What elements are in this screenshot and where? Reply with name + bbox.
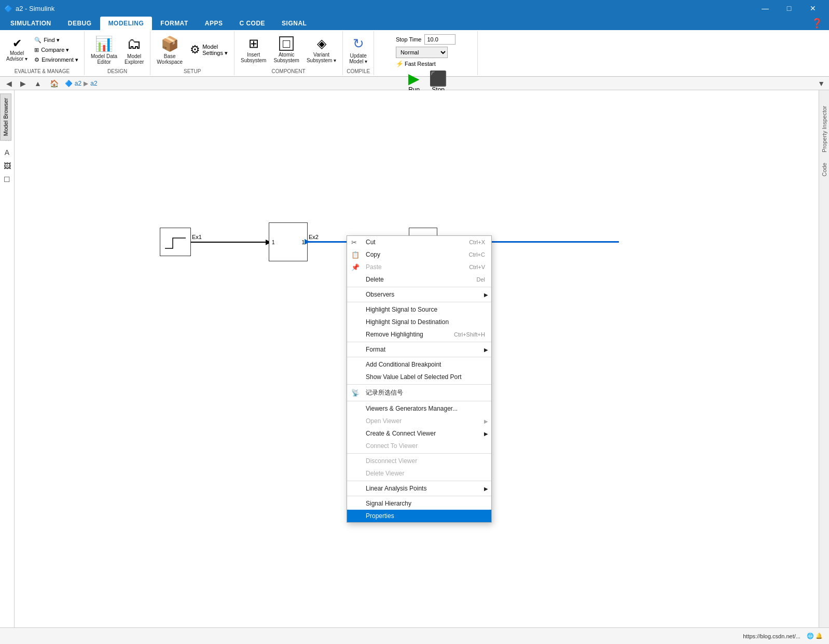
box-button[interactable]: ☐ (1, 173, 13, 186)
status-icons: 🌐 🔔 (807, 633, 823, 639)
environment-button[interactable]: ⚙ Environment ▾ (32, 55, 81, 64)
tab-ccode[interactable]: C CODE (231, 17, 273, 30)
atomic-subsystem-button[interactable]: □ AtomicSubsystem (270, 34, 302, 65)
model-data-editor-icon: 📊 (95, 35, 113, 52)
ctx-paste[interactable]: 📌 Paste Ctrl+V (347, 261, 491, 273)
ctx-signal-hierarchy[interactable]: Signal Hierarchy (347, 497, 491, 510)
group-component-label: COMPONENT (272, 67, 306, 74)
simulation-mode-select[interactable]: Normal Accelerator Rapid Accelerator (396, 47, 448, 58)
ctx-remove-highlight[interactable]: Remove Highlighting Ctrl+Shift+H (347, 328, 491, 341)
signal-label-ex1: Ex1 (192, 234, 202, 240)
breadcrumb-root[interactable]: a2 (75, 80, 81, 87)
group-compile: ↻ UpdateModel ▾ COMPILE (343, 31, 374, 75)
ctx-disconnect-viewer[interactable]: Disconnect Viewer (347, 455, 491, 467)
close-button[interactable]: ✕ (801, 0, 825, 17)
tab-apps[interactable]: APPS (197, 17, 231, 30)
stop-time-input[interactable] (424, 34, 455, 45)
fast-restart-icon: ⚡ (396, 60, 404, 67)
image-button[interactable]: 🖼 (1, 160, 13, 172)
tab-simulation[interactable]: SIMULATION (2, 17, 60, 30)
insert-subsystem-icon: ⊞ (248, 36, 259, 51)
ctx-sep-3 (347, 342, 491, 342)
insert-subsystem-button[interactable]: ⊞ InsertSubsystem (238, 34, 269, 65)
model-advisor-button[interactable]: ✔ ModelAdvisor ▾ (3, 36, 31, 64)
property-inspector-label[interactable]: Property Inspector (821, 106, 827, 152)
context-menu: ✂ Cut Ctrl+X 📋 Copy Ctrl+C 📌 Paste Ctrl+… (347, 235, 492, 523)
dropdown-arrow[interactable]: ▼ (818, 79, 825, 88)
model-browser-tab[interactable]: Model Browser (0, 93, 11, 141)
ctx-observers[interactable]: Observers ▶ (347, 288, 491, 301)
tab-debug[interactable]: DEBUG (60, 17, 100, 30)
title-text: a2 - Simulink (16, 5, 54, 12)
ctx-sep-6 (347, 401, 491, 401)
copy-icon: 📋 (351, 251, 360, 259)
ctx-add-breakpoint[interactable]: Add Conditional Breakpoint (347, 358, 491, 371)
variant-subsystem-button[interactable]: ◈ VariantSubsystem ▾ (303, 34, 339, 65)
environment-icon: ⚙ (34, 57, 39, 63)
ribbon-tabs: SIMULATION DEBUG MODELING FORMAT APPS C … (0, 17, 829, 30)
group-setup: 📦 BaseWorkspace ⚙ Model Settings ▾ SETUP (150, 31, 234, 75)
run-icon: ▶ (408, 72, 420, 86)
ctx-delete[interactable]: Delete Del (347, 273, 491, 286)
ctx-connect-viewer[interactable]: Connect To Viewer (347, 440, 491, 452)
linear-analysis-arrow: ▶ (484, 486, 488, 492)
base-workspace-button[interactable]: 📦 BaseWorkspace (154, 33, 186, 67)
update-model-button[interactable]: ↻ UpdateModel ▾ (346, 34, 370, 66)
group-design: 📊 Model DataEditor 🗂 ModelExplorer DESIG… (85, 31, 150, 75)
minimize-button[interactable]: — (753, 0, 777, 17)
canvas[interactable]: ▶ Ex1 1 1 ▶ Ex2 1 ✂ Cut Ctrl+X 📋 Co (15, 90, 819, 627)
stop-time-label: Stop Time (396, 36, 422, 43)
compare-button[interactable]: ⊞ Compare ▾ (32, 46, 81, 54)
ctx-sep-9 (347, 496, 491, 496)
fast-restart-label[interactable]: Fast Restart (405, 61, 436, 67)
nav-forward[interactable]: ▶ (18, 78, 28, 89)
ctx-highlight-dest[interactable]: Highlight Signal to Destination (347, 316, 491, 328)
ctx-create-connect-viewer[interactable]: Create & Connect Viewer ▶ (347, 427, 491, 440)
tab-signal[interactable]: SIGNAL (273, 17, 315, 30)
maximize-button[interactable]: □ (777, 0, 801, 17)
nav-home[interactable]: 🏠 (48, 78, 61, 89)
ctx-copy[interactable]: 📋 Copy Ctrl+C (347, 248, 491, 261)
ctx-record-signal[interactable]: 📡 记录所选信号 (347, 386, 491, 400)
model-data-editor-button[interactable]: 📊 Model DataEditor (88, 33, 120, 67)
ctx-open-viewer[interactable]: Open Viewer ▶ (347, 415, 491, 427)
ctx-linear-analysis[interactable]: Linear Analysis Points ▶ (347, 482, 491, 495)
ctx-format[interactable]: Format ▶ (347, 343, 491, 356)
group-design-label: DESIGN (107, 67, 127, 74)
nav-up[interactable]: ▲ (32, 78, 44, 89)
tab-modeling[interactable]: MODELING (100, 17, 153, 30)
ctx-show-value-label[interactable]: Show Value Label of Selected Port (347, 371, 491, 383)
right-panel: Property Inspector Code (819, 90, 829, 627)
ctx-highlight-source[interactable]: Highlight Signal to Source (347, 303, 491, 316)
window-controls: — □ ✕ (753, 0, 825, 17)
ctx-delete-viewer[interactable]: Delete Viewer (347, 467, 491, 480)
paste-icon: 📌 (351, 263, 360, 271)
group-evaluate-manage: ✔ ModelAdvisor ▾ 🔍 Find ▾ ⊞ Compare ▾ ⚙ … (0, 31, 85, 75)
ctx-viewers-managers[interactable]: Viewers & Generators Manager... (347, 402, 491, 415)
statusbar: https://blog.csdn.net/... 🌐 🔔 (0, 627, 829, 644)
breadcrumb-child[interactable]: a2 (90, 80, 97, 87)
step-block[interactable] (160, 228, 191, 256)
model-settings-button[interactable]: ⚙ Model Settings ▾ (187, 41, 231, 59)
help-button[interactable]: ❓ (811, 18, 823, 29)
ctx-sep-1 (347, 287, 491, 287)
find-icon: 🔍 (34, 37, 42, 44)
subsystem-block[interactable]: 1 1 (269, 222, 308, 261)
group-compile-label: COMPILE (347, 67, 370, 74)
group-simulate: Stop Time Normal Accelerator Rapid Accel… (374, 31, 478, 75)
ctx-properties[interactable]: Properties (347, 510, 491, 522)
text-button[interactable]: A (1, 146, 13, 159)
find-button[interactable]: 🔍 Find ▾ (32, 36, 81, 45)
code-label[interactable]: Code (821, 163, 827, 176)
left-toolbar: ⊕ 🔍 ⊖ ⇔ A 🖼 ☐ (0, 90, 15, 627)
ctx-cut[interactable]: ✂ Cut Ctrl+X (347, 236, 491, 248)
nav-back[interactable]: ◀ (4, 78, 14, 89)
signal-line-1 (191, 242, 270, 243)
model-explorer-button[interactable]: 🗂 ModelExplorer (121, 33, 147, 67)
cut-icon: ✂ (351, 239, 357, 246)
tab-format[interactable]: FORMAT (152, 17, 196, 30)
open-viewer-arrow: ▶ (484, 418, 488, 424)
ribbon: ✔ ModelAdvisor ▾ 🔍 Find ▾ ⊞ Compare ▾ ⚙ … (0, 30, 829, 77)
variant-subsystem-icon: ◈ (317, 36, 326, 51)
group-setup-label: SETUP (184, 67, 201, 74)
